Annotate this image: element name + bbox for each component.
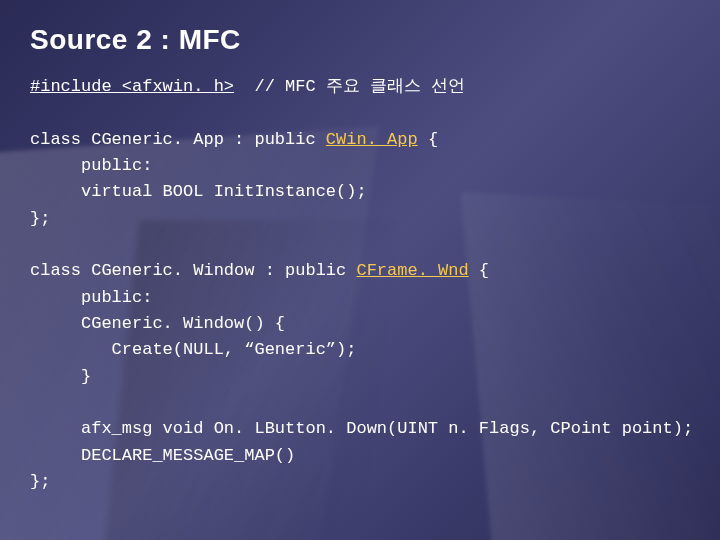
- code-line: virtual BOOL InitInstance();: [30, 182, 367, 201]
- code-line: DECLARE_MESSAGE_MAP(): [30, 446, 295, 465]
- slide-title: Source 2 : MFC: [30, 24, 690, 56]
- code-line: class CGeneric. Window : public: [30, 261, 356, 280]
- code-line: };: [30, 472, 50, 491]
- code-line: afx_msg void On. LButton. Down(UINT n. F…: [30, 419, 693, 438]
- code-line: // MFC 주요 클래스 선언: [234, 77, 465, 96]
- code-block: #include <afxwin. h> // MFC 주요 클래스 선언 cl…: [30, 74, 690, 496]
- code-line: class CGeneric. App : public: [30, 130, 326, 149]
- code-line: CGeneric. Window() {: [30, 314, 285, 333]
- code-line: {: [418, 130, 438, 149]
- code-line: };: [30, 209, 50, 228]
- code-line: }: [30, 367, 91, 386]
- code-line: Create(NULL, “Generic”);: [30, 340, 356, 359]
- code-line: #include <afxwin. h>: [30, 77, 234, 96]
- code-line: {: [469, 261, 489, 280]
- slide: Source 2 : MFC #include <afxwin. h> // M…: [0, 0, 720, 540]
- code-highlight: CFrame. Wnd: [356, 261, 468, 280]
- code-line: public:: [30, 156, 152, 175]
- content-area: Source 2 : MFC #include <afxwin. h> // M…: [0, 0, 720, 496]
- code-highlight: CWin. App: [326, 130, 418, 149]
- code-line: public:: [30, 288, 152, 307]
